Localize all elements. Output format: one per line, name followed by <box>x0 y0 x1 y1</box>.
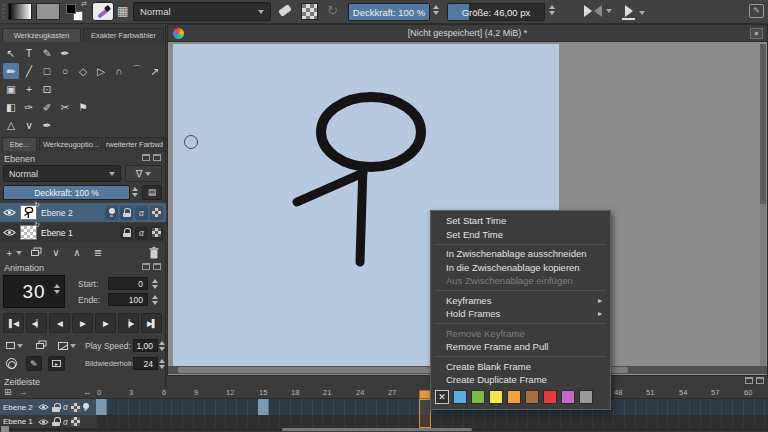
skip-to-start-button[interactable]: ▌◀ <box>3 313 24 333</box>
frame-color-label-button[interactable] <box>579 390 593 404</box>
timeline-scrollbar[interactable] <box>0 428 768 431</box>
play-button[interactable]: ▶ <box>72 313 93 333</box>
close-docker-icon[interactable] <box>153 154 161 161</box>
layer-thumbnail[interactable]: ↻ <box>20 225 37 240</box>
end-spinner[interactable] <box>152 295 158 305</box>
scroll-left-arrow-icon[interactable] <box>1 426 9 432</box>
tool-transform[interactable]: ▣ <box>3 81 19 97</box>
blend-mode-select[interactable]: Normal <box>133 2 271 21</box>
visibility-icon[interactable] <box>38 403 49 411</box>
onion-skin-icon[interactable] <box>83 403 89 412</box>
size-spinner[interactable] <box>549 5 555 15</box>
size-slider[interactable]: Größe: 46,00 px <box>447 3 545 21</box>
tab-ebenen[interactable]: Ebe... <box>2 137 37 151</box>
frame-color-label-button[interactable] <box>507 390 521 404</box>
previous-frame-button[interactable]: ◀ <box>49 313 70 333</box>
frame-color-label-button[interactable] <box>543 390 557 404</box>
preserve-alpha-icon[interactable] <box>301 3 318 20</box>
layer-filter-button[interactable]: ∇ <box>125 165 162 182</box>
frame-color-label-button[interactable] <box>525 390 539 404</box>
tool-outline-select[interactable]: ∨ <box>21 117 37 133</box>
lock-icon[interactable] <box>52 403 60 412</box>
create-blank-frame-button[interactable] <box>3 338 26 353</box>
frame-color-label-button[interactable] <box>561 390 575 404</box>
keyframe-cell[interactable] <box>96 399 107 415</box>
context-menu-item[interactable]: Aus Zwischenablage einfügen <box>431 274 610 288</box>
onion-skin-icon[interactable] <box>105 206 118 220</box>
context-menu-item[interactable]: In Zwischenablage ausschneiden <box>431 247 610 261</box>
timeline-zoom-handle-icon[interactable]: ↔ <box>83 387 92 398</box>
alpha-lock-icon[interactable]: α <box>135 226 148 240</box>
eraser-mode-icon[interactable] <box>278 4 292 17</box>
frame-spinner[interactable] <box>54 284 60 294</box>
skip-to-end-button[interactable]: ▶▌ <box>141 313 162 333</box>
move-layer-up-button[interactable]: ∧ <box>69 245 85 260</box>
inherit-alpha-icon[interactable] <box>150 226 163 240</box>
play-speed-field[interactable]: 1,00 <box>133 339 158 352</box>
chevron-down-icon[interactable] <box>639 11 645 15</box>
tool-freehand-brush[interactable]: ✏ <box>3 63 19 79</box>
tool-gradient[interactable]: ◧ <box>3 99 19 115</box>
lock-icon[interactable] <box>120 226 133 240</box>
keyframe-cell[interactable] <box>258 399 269 415</box>
tool-text[interactable]: T <box>21 45 37 61</box>
fg-bg-color-selector[interactable]: ⇄ <box>66 2 86 22</box>
tool-rectangle[interactable]: □ <box>39 63 55 79</box>
onion-skin-button[interactable] <box>3 356 20 371</box>
tool-color-sampler[interactable]: ✑ <box>21 99 37 115</box>
chevron-down-icon[interactable] <box>606 9 612 13</box>
tool-edit-shapes[interactable]: ✎ <box>39 45 55 61</box>
float-docker-icon[interactable] <box>745 377 753 384</box>
document-titlebar[interactable]: [Nicht gespeichert] (4,2 MiB) * ✕ <box>168 25 767 42</box>
timeline-menu-icon[interactable]: ⊞ <box>4 387 12 398</box>
mirror-horizontal-button[interactable] <box>584 5 612 17</box>
frame-color-label-button[interactable] <box>471 390 485 404</box>
toolbar-drag-handle[interactable] <box>2 4 5 20</box>
layer-row-ebene-1[interactable]: ↻ Ebene 1 α <box>0 223 166 242</box>
duplicate-layer-button[interactable] <box>27 245 43 260</box>
foreground-color-swatch[interactable] <box>66 4 76 14</box>
context-menu-item[interactable]: Keyframes ▸ <box>431 294 610 308</box>
tool-dynamic-brush[interactable]: ↗ <box>147 63 163 79</box>
layer-opacity-slider[interactable]: Deckkraft: 100 % <box>3 185 130 200</box>
opacity-slider[interactable]: Deckkraft: 100 % <box>348 3 430 21</box>
tool-bezier-select[interactable]: ✒ <box>39 117 55 133</box>
previous-keyframe-button[interactable]: ◀▏ <box>26 313 47 333</box>
play-speed-spinner[interactable] <box>159 341 165 351</box>
timeline-frames-area[interactable] <box>96 415 768 428</box>
brush-editor-toggle-icon[interactable]: ✎ <box>749 4 764 18</box>
visibility-icon[interactable] <box>3 208 16 217</box>
layer-blend-mode-select[interactable]: Normal <box>3 165 121 182</box>
pattern-preview-button[interactable] <box>36 3 60 20</box>
timeline-layer-label[interactable]: Ebene 1 α <box>0 415 96 428</box>
close-docker-icon[interactable] <box>153 263 161 270</box>
create-duplicate-frame-button[interactable] <box>33 338 47 353</box>
context-menu-item[interactable]: Create Blank Frame <box>431 360 610 374</box>
tool-select[interactable]: ↖ <box>3 45 19 61</box>
context-menu-item[interactable]: Set Start Time <box>431 214 610 228</box>
layer-row-ebene-2[interactable]: ↻ Ebene 2 α <box>0 203 166 222</box>
tool-polygon[interactable]: ◇ <box>75 63 91 79</box>
alpha-lock-icon[interactable]: α <box>63 417 68 427</box>
current-frame-spinbox[interactable]: 30 <box>3 275 65 308</box>
float-docker-icon[interactable] <box>142 263 150 270</box>
next-frame-button[interactable]: ▶ <box>95 313 116 333</box>
layer-properties-button[interactable]: ▤ <box>142 185 162 200</box>
brush-preset-button[interactable] <box>92 2 114 21</box>
context-menu-item[interactable]: Hold Frames ▸ <box>431 307 610 321</box>
timeline-row-ebene-1[interactable]: Ebene 1 α <box>0 415 768 428</box>
inherit-alpha-icon[interactable] <box>71 417 80 426</box>
start-spinner[interactable] <box>152 279 158 289</box>
layer-opacity-spinner[interactable] <box>132 187 138 197</box>
tool-polygonal-select[interactable]: △ <box>3 117 19 133</box>
end-value-field[interactable]: 100 <box>108 293 148 306</box>
frame-color-label-button[interactable] <box>453 390 467 404</box>
no-color-label-button[interactable]: ✕ <box>435 390 449 404</box>
opacity-spinner[interactable] <box>433 5 439 15</box>
scrollbar-handle[interactable] <box>282 428 472 431</box>
reload-preset-icon[interactable]: ↻ <box>327 3 338 18</box>
close-docker-icon[interactable] <box>756 377 764 384</box>
alpha-lock-icon[interactable]: α <box>63 402 68 412</box>
framerate-spinner[interactable] <box>159 359 165 369</box>
auto-frame-mode-button[interactable]: ✎ <box>26 356 42 371</box>
